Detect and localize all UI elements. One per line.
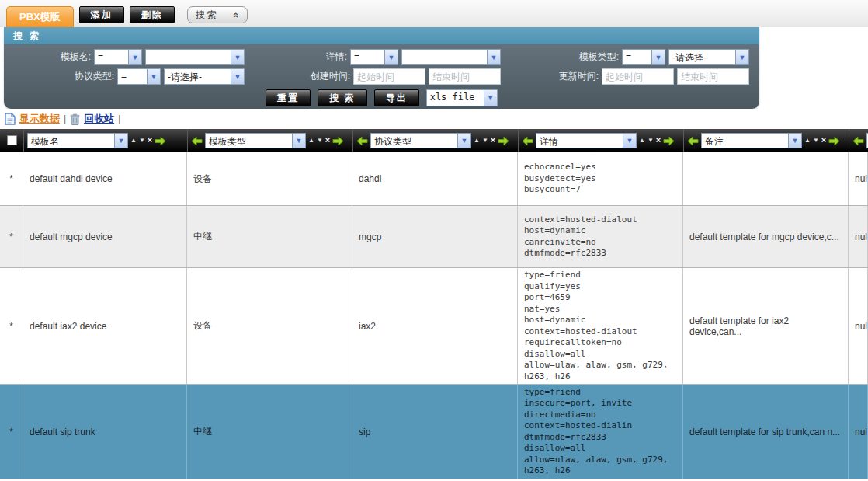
move-column-left-icon[interactable] (852, 135, 864, 145)
show-data-link[interactable]: 显示数据 (19, 112, 60, 126)
search-panel-body: 模板名: = ▼ ▼ 详情: = ▼ (4, 44, 759, 109)
chevron-down-icon: ▼ (292, 134, 305, 148)
chevron-down-icon: ▼ (147, 69, 160, 84)
column-header-template-type: 模板类型 ▼ ▲ ▼ × (187, 129, 352, 152)
cell-template-name: default sip trunk (23, 385, 187, 479)
chevron-down-icon: ▼ (487, 50, 500, 64)
chevron-down-icon: ▼ (114, 134, 127, 148)
detail-operator-select[interactable]: = ▼ (350, 49, 398, 65)
chevron-down-icon: ▼ (384, 50, 398, 64)
column-select-detail[interactable]: 详情 ▼ (536, 133, 637, 148)
chevron-down-icon: ▼ (231, 50, 244, 64)
export-button[interactable]: 导出 (374, 89, 419, 106)
create-time-end-input[interactable] (429, 68, 501, 85)
sort-desc-icon[interactable]: ▼ (139, 138, 145, 144)
column-header-template-name: 模板名 ▼ ▲ ▼ × (23, 129, 187, 152)
trash-icon (70, 113, 80, 125)
cell-template-type: 设备 (187, 152, 352, 205)
template-type-operator-select[interactable]: = ▼ (622, 49, 665, 65)
column-select-template-name[interactable]: 模板名 ▼ (27, 133, 128, 148)
move-column-right-icon[interactable] (498, 135, 509, 145)
column-header-clipped (849, 129, 868, 152)
update-time-end-input[interactable] (677, 68, 749, 85)
protocol-value-select[interactable]: -请选择- ▼ (164, 68, 245, 85)
tab-pbx-template[interactable]: PBX模版 (6, 6, 74, 27)
chevron-down-icon: ▼ (128, 50, 141, 64)
protocol-operator-select[interactable]: = ▼ (117, 68, 161, 85)
cell-protocol: mgcp (352, 206, 518, 267)
chevron-down-icon: ▼ (735, 50, 748, 64)
sort-asc-icon[interactable]: ▲ (639, 138, 645, 144)
chevron-down-icon: ▼ (623, 134, 636, 148)
template-type-value-select[interactable]: -请选择- ▼ (668, 49, 749, 65)
reset-button[interactable]: 重置 (266, 89, 311, 106)
detail-value-select[interactable]: ▼ (401, 49, 501, 65)
cell-extra: null (849, 268, 868, 384)
column-select-protocol-type[interactable]: 协议类型 ▼ (370, 133, 471, 148)
search-row-1: 模板名: = ▼ ▼ 详情: = ▼ (12, 49, 752, 65)
update-time-start-input[interactable] (602, 68, 674, 85)
move-column-right-icon[interactable] (332, 135, 344, 145)
page: PBX模版 添加 删除 搜 索 « 搜 索 模板名: = ▼ ▼ (0, 0, 868, 481)
move-column-right-icon[interactable] (663, 135, 675, 145)
column-header-detail: 详情 ▼ ▲ ▼ × (518, 129, 683, 152)
sort-desc-icon[interactable]: ▼ (482, 138, 488, 144)
export-format-select[interactable]: xls file ▼ (426, 89, 498, 106)
move-column-left-icon[interactable] (522, 135, 533, 145)
table-row-selected[interactable]: * default sip trunk 中继 sip type=friend i… (0, 385, 868, 479)
remove-column-icon[interactable]: × (325, 136, 330, 145)
search-collapse-toggle[interactable]: 搜 索 « (187, 6, 248, 23)
delete-button[interactable]: 删除 (130, 6, 175, 23)
document-icon (5, 113, 16, 125)
tab-pbx-template-label: PBX模版 (19, 10, 61, 24)
link-separator: | (64, 113, 66, 124)
chevron-down-icon: ▼ (651, 50, 665, 64)
create-time-start-input[interactable] (353, 68, 425, 85)
cell-remark: default template for iax2 device,can... (683, 268, 849, 384)
column-header-protocol-type: 协议类型 ▼ ▲ ▼ × (352, 129, 518, 152)
search-panel: 搜 索 模板名: = ▼ ▼ 详情: = (4, 27, 759, 109)
table-row[interactable]: * default iax2 device 设备 iax2 type=frien… (0, 268, 868, 385)
move-column-left-icon[interactable] (687, 135, 699, 145)
cell-extra: null (849, 206, 868, 267)
column-select-remark[interactable]: 备注 ▼ (701, 133, 802, 148)
add-button[interactable]: 添加 (79, 6, 124, 23)
sort-asc-icon[interactable]: ▲ (308, 138, 314, 144)
recycle-bin-link[interactable]: 回收站 (84, 112, 114, 126)
cell-detail: type=friend qualify=yes port=4659 nat=ye… (518, 268, 683, 384)
move-column-right-icon[interactable] (155, 135, 166, 145)
sort-asc-icon[interactable]: ▲ (130, 138, 137, 144)
move-column-right-icon[interactable] (828, 135, 840, 145)
detail-label: 详情: (326, 51, 347, 64)
cell-extra: null (849, 152, 868, 205)
remove-column-icon[interactable]: × (491, 136, 495, 145)
table-row[interactable]: * default dahdi device 设备 dahdi echocanc… (0, 152, 868, 206)
move-column-left-icon[interactable] (191, 135, 203, 145)
move-column-left-icon[interactable] (356, 135, 368, 145)
table-row[interactable]: * default mgcp device 中继 mgcp context=ho… (0, 206, 868, 268)
column-select-template-type[interactable]: 模板类型 ▼ (205, 133, 306, 148)
remove-column-icon[interactable]: × (148, 136, 152, 145)
column-header-remark: 备注 ▼ ▲ ▼ × (683, 129, 849, 152)
view-links-row: 显示数据 | 回收站 | (0, 109, 868, 129)
remove-column-icon[interactable]: × (656, 136, 661, 145)
sort-asc-icon[interactable]: ▲ (474, 138, 480, 144)
sort-asc-icon[interactable]: ▲ (804, 138, 811, 144)
search-button[interactable]: 搜 索 (318, 89, 366, 106)
template-name-value-select[interactable]: ▼ (145, 49, 245, 65)
select-all-checkbox[interactable] (7, 135, 17, 145)
remove-column-icon[interactable]: × (821, 136, 826, 145)
chevron-down-icon: ▼ (788, 134, 801, 148)
protocol-type-label: 协议类型: (75, 70, 114, 83)
search-panel-title: 搜 索 (4, 27, 759, 44)
template-name-operator-select[interactable]: = ▼ (94, 49, 142, 65)
sort-desc-icon[interactable]: ▼ (648, 138, 654, 144)
sort-desc-icon[interactable]: ▼ (317, 138, 323, 144)
cell-detail: context=hosted-dialout host=dynamic canr… (518, 206, 683, 267)
sort-desc-icon[interactable]: ▼ (813, 138, 819, 144)
cell-remark: default template for sip trunk,can n... (683, 385, 849, 479)
cell-extra: null (849, 385, 868, 479)
chevron-down-icon: ▼ (484, 90, 497, 106)
row-marker: * (0, 152, 23, 205)
chevron-down-icon: ▼ (457, 134, 470, 148)
